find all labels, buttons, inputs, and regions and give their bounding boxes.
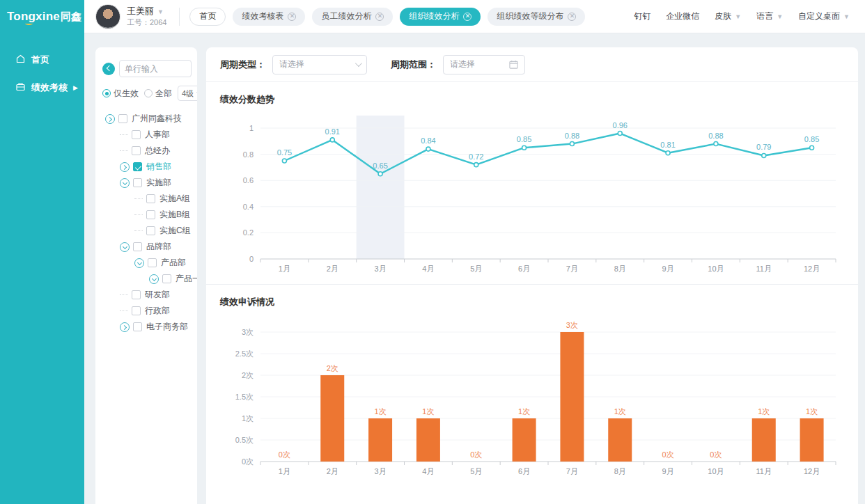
radio-unselected[interactable] [144,89,153,97]
chevron-right-icon: ▶ [73,84,78,91]
period-range-picker[interactable]: 请选择 [443,55,525,74]
tree-checkbox[interactable] [132,306,141,315]
expand-collapse-icon-right[interactable] [120,322,130,332]
svg-text:0.5次: 0.5次 [235,436,254,444]
tab-close-icon[interactable]: ✕ [288,13,296,21]
tree-node[interactable]: 实施A组 [102,191,192,207]
score-trend-section: 绩效分数趋势 10.80.60.40.201月2月3月4月5月6月7月8月9月1… [206,82,858,285]
tree-connector [134,198,143,199]
tree-node[interactable]: 总经办 [102,143,192,159]
tree-checkbox[interactable] [132,290,141,299]
tree-node[interactable]: 实施部 [102,175,192,191]
tree-node[interactable]: 电子商务部 [102,319,192,335]
tree-node[interactable]: 销售部 [102,159,192,175]
tree-node-label: 广州同鑫科技 [132,113,182,125]
tree-node-label: 电子商务部 [146,321,188,333]
svg-text:0.4: 0.4 [243,203,254,211]
expand-collapse-icon-right[interactable] [105,114,115,124]
tree-checkbox[interactable] [133,322,142,331]
svg-text:11月: 11月 [756,265,772,273]
chevron-down-icon: ▼ [843,13,850,20]
chevron-down-icon: ▼ [735,13,741,20]
svg-text:0.65: 0.65 [373,162,387,170]
radio-selected[interactable] [102,89,111,97]
period-type-select[interactable]: 请选择 [272,55,367,74]
header-tab[interactable]: 绩效考核表✕ [233,8,305,26]
tree-checkbox[interactable] [146,194,155,203]
header-tab[interactable]: 员工绩效分析✕ [312,8,393,26]
tree-node[interactable]: 产品一组 [102,271,192,287]
tree-node[interactable]: 产品部 [102,255,192,271]
tree-checkbox[interactable] [132,146,141,155]
expand-collapse-icon-down[interactable] [120,178,130,188]
tree-checkbox[interactable] [148,258,157,267]
avatar[interactable] [95,4,120,29]
tree-node[interactable]: 实施C组 [102,223,192,239]
tree-level-select[interactable]: 4级 [178,86,197,101]
topbar-dropdown[interactable]: 语言▼ [756,10,783,22]
user-block[interactable]: 王美丽▼ 工号：2064 [95,4,166,29]
score-trend-line-chart[interactable]: 10.80.60.40.201月2月3月4月5月6月7月8月9月10月11月12… [220,110,844,280]
svg-text:0.85: 0.85 [517,135,531,143]
tree-search-input[interactable] [119,60,192,77]
header-tab[interactable]: 首页 [189,8,226,26]
user-name-text: 王美丽 [127,6,154,16]
topbar-dropdown[interactable]: 自定义桌面▼ [798,10,850,22]
svg-text:12月: 12月 [804,467,820,475]
tree-node[interactable]: 广州同鑫科技 [102,111,192,127]
collapse-panel-button[interactable] [102,63,115,75]
folder-icon [15,81,31,94]
svg-text:1次: 1次 [614,407,626,416]
tree-checkbox[interactable] [132,130,141,139]
tab-bar: 首页绩效考核表✕员工绩效分析✕组织绩效分析✕组织绩效等级分布✕ [189,8,585,26]
tree-checkbox[interactable] [162,274,171,283]
svg-text:0次: 0次 [470,450,482,459]
tree-node[interactable]: 品牌部 [102,239,192,255]
topbar-link[interactable]: 企业微信 [666,10,699,22]
tree-checkbox[interactable] [146,210,155,219]
svg-text:1月: 1月 [279,467,290,475]
expand-collapse-icon-right[interactable] [120,162,130,172]
sidebar: Tongxine同鑫 首页绩效考核▶ [0,0,84,504]
header-tab[interactable]: 组织绩效等级分布✕ [488,8,585,26]
sidebar-item[interactable]: 绩效考核▶ [0,74,84,102]
svg-text:0: 0 [249,255,254,263]
svg-text:0.96: 0.96 [613,121,628,129]
user-caret-icon[interactable]: ▼ [157,8,164,15]
appeal-bar-chart[interactable]: 3次2.5次2次1.5次1次0.5次0次1月2月3月4月5月6月7月8月9月10… [220,313,844,480]
svg-text:1: 1 [249,124,254,132]
svg-text:3次: 3次 [242,328,254,336]
tree-checkbox[interactable] [133,242,142,251]
topbar-link[interactable]: 钉钉 [634,10,650,22]
tree-checkbox[interactable] [146,226,155,235]
expand-collapse-icon-down[interactable] [134,258,144,268]
tree-connector [120,134,128,135]
tree-checkbox[interactable] [118,114,127,123]
svg-text:1次: 1次 [242,414,254,423]
tree-node-label: 销售部 [146,161,171,173]
svg-text:4月: 4月 [422,467,434,475]
header-tab[interactable]: 组织绩效分析✕ [400,8,481,26]
radio-label[interactable]: 全部 [155,88,172,100]
tree-search-row [102,60,192,77]
tab-close-icon[interactable]: ✕ [568,13,576,21]
tree-node[interactable]: 行政部 [102,303,192,319]
topbar-dropdown[interactable]: 皮肤▼ [715,10,741,22]
svg-text:9月: 9月 [662,467,674,475]
radio-label[interactable]: 仅生效 [114,88,139,100]
tree-filter-row: 仅生效全部4级 [102,86,192,101]
sidebar-item[interactable]: 首页 [0,46,84,74]
expand-collapse-icon-down[interactable] [120,242,130,252]
tree-node[interactable]: 实施B组 [102,207,192,223]
tab-close-icon[interactable]: ✕ [463,13,472,21]
tab-close-icon[interactable]: ✕ [375,13,384,21]
tree-node[interactable]: 人事部 [102,127,192,143]
expand-collapse-icon-down[interactable] [149,274,159,284]
tab-label: 组织绩效等级分布 [497,10,563,22]
svg-text:1次: 1次 [518,407,530,416]
tree-node-label: 产品部 [161,257,186,269]
tree-checkbox[interactable] [133,162,142,171]
svg-text:6月: 6月 [518,467,530,475]
tree-checkbox[interactable] [133,178,142,187]
tree-node[interactable]: 研发部 [102,287,192,303]
